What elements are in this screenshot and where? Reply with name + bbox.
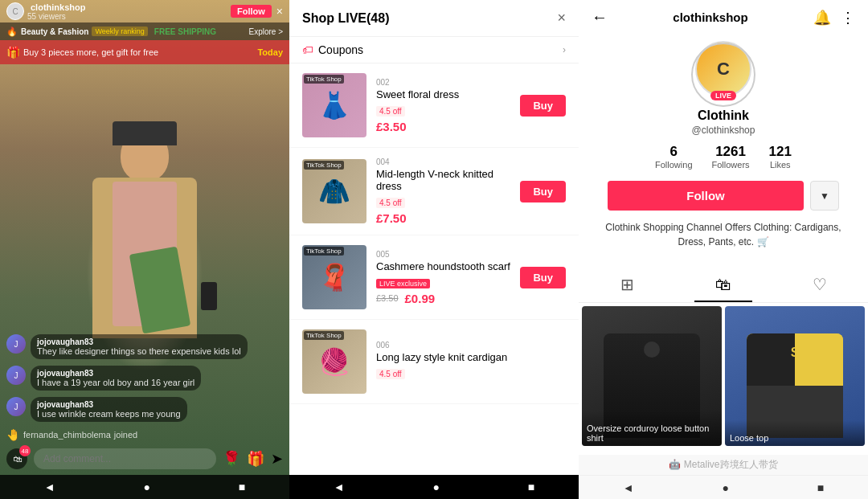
comment-avatar: J xyxy=(6,366,26,385)
back-nav-icon[interactable]: ◄ xyxy=(334,481,345,493)
profile-panel: ← clothinkshop 🔔 ⋮ C LIVE Clothink @clot… xyxy=(579,0,868,499)
product-info: 004 Mid-length V-neck knitted dress 4.5 … xyxy=(376,157,510,225)
joined-text: joined xyxy=(114,430,137,440)
product-item[interactable]: 🧥 TikTok Shop 004 Mid-length V-neck knit… xyxy=(289,148,579,235)
shop-tab-icon: 🛍 xyxy=(715,276,731,294)
header-icons: 🔔 ⋮ xyxy=(813,9,855,27)
promo-text: Buy 3 pieces more, get gift for free xyxy=(23,47,257,57)
discount-tag: 4.5 off xyxy=(376,106,405,117)
stream-follow-button[interactable]: Follow xyxy=(231,5,272,18)
product-info: 002 Sweet floral dress 4.5 off £3.50 xyxy=(376,78,510,133)
product-item[interactable]: 👗 TikTok Shop 002 Sweet floral dress 4.5… xyxy=(289,63,579,148)
back-nav-icon[interactable]: ◄ xyxy=(44,481,55,493)
product-number: 004 xyxy=(376,157,510,166)
promo-today: Today xyxy=(257,47,283,57)
more-icon[interactable]: ⋮ xyxy=(841,9,855,27)
tab-liked[interactable]: ♡ xyxy=(772,267,868,302)
comment-input[interactable] xyxy=(34,448,216,469)
product-item[interactable]: 🧣 TikTok Shop 005 Cashmere houndstooth s… xyxy=(289,235,579,320)
explore-link[interactable]: Explore > xyxy=(248,27,283,36)
comment-bubble: jojovaughan83 I have a 19 year old boy a… xyxy=(31,366,201,391)
avatar-letter: C xyxy=(717,59,730,80)
gift-action-icon[interactable]: 🎁 xyxy=(247,450,264,468)
promo-banner: 🎁 Buy 3 pieces more, get gift for free T… xyxy=(0,40,289,64)
product-item[interactable]: 🧶 TikTok Shop 006 Long lazy style knit c… xyxy=(289,320,579,404)
discount-tag: 4.5 off xyxy=(376,198,405,208)
watermark-icon: 🤖 xyxy=(669,459,681,470)
home-nav-icon[interactable]: ● xyxy=(143,481,149,493)
following-count: 6 xyxy=(670,144,678,160)
weekly-ranking-tag: Weekly ranking xyxy=(92,27,147,36)
stream-top-bar: C clothinkshop 55 viewers Follow × xyxy=(0,0,289,22)
recents-nav-icon[interactable]: ■ xyxy=(528,481,534,493)
free-shipping-text: FREE SHIPPING xyxy=(154,27,216,36)
shop-live-panel: Shop LIVE(48) × 🏷 Coupons › 👗 TikTok Sho… xyxy=(289,0,579,499)
watermark-area: 🤖 Metalive跨境红人带货 xyxy=(579,455,868,475)
following-label: Following xyxy=(655,160,692,170)
comment-avatar: J xyxy=(6,397,26,416)
product-number: 002 xyxy=(376,78,510,87)
product-thumbnail: 🧣 TikTok Shop xyxy=(302,245,366,309)
live-exclusive-tag: LIVE exclusive xyxy=(376,279,430,288)
bag-count[interactable]: 🛍 48 xyxy=(6,448,27,469)
product-name: Sweet floral dress xyxy=(376,88,510,100)
stream-close-button[interactable]: × xyxy=(276,5,283,18)
comment-text: They like designer things so there expen… xyxy=(37,346,241,356)
grid-caption: Oversize corduroy loose button shirt xyxy=(582,411,722,446)
stats-row: 6 Following 1261 Followers 121 Likes xyxy=(655,144,792,170)
joined-username: fernanda_chimbolema xyxy=(23,430,111,440)
stream-avatar: C xyxy=(6,2,24,20)
stream-bottom-bar: 🛍 48 🌹 🎁 ➤ xyxy=(0,443,289,475)
back-nav-icon[interactable]: ◄ xyxy=(623,481,634,494)
product-thumbnail: 👗 TikTok Shop xyxy=(302,73,366,137)
coupons-arrow-icon: › xyxy=(563,44,566,55)
buy-button[interactable]: Buy xyxy=(520,95,566,117)
likes-stat: 121 Likes xyxy=(769,144,792,170)
coupons-bar[interactable]: 🏷 Coupons › xyxy=(289,37,579,63)
followers-count: 1261 xyxy=(715,144,746,160)
product-shop-label: TikTok Shop xyxy=(304,161,344,170)
back-button[interactable]: ← xyxy=(592,8,608,27)
comment-text: I have a 19 year old boy and 16 year gir… xyxy=(37,378,194,387)
watermark-text: 🤖 Metalive跨境红人带货 xyxy=(579,455,868,475)
profile-bio: Clothink Shopping Channel Offers Clothin… xyxy=(592,220,855,249)
product-shop-label: TikTok Shop xyxy=(304,331,344,340)
tab-shop[interactable]: 🛍 xyxy=(675,267,772,302)
grid-item[interactable]: S Loose top xyxy=(725,306,865,446)
dropdown-button[interactable]: ▼ xyxy=(810,181,839,211)
product-name: Mid-length V-neck knitted dress xyxy=(376,168,510,192)
home-nav-icon[interactable]: ● xyxy=(432,481,439,493)
tab-grid[interactable]: ⊞ xyxy=(579,267,675,302)
recents-nav-icon[interactable]: ■ xyxy=(239,481,245,493)
comment-bubble: jojovaughan83 I use wrinkle cream keeps … xyxy=(31,397,187,422)
shop-close-button[interactable]: × xyxy=(557,10,566,27)
profile-avatar: C LIVE xyxy=(695,41,751,97)
product-info: 005 Cashmere houndstooth scarf LIVE excl… xyxy=(376,250,510,305)
profile-header: ← clothinkshop 🔔 ⋮ xyxy=(579,0,868,35)
buy-button[interactable]: Buy xyxy=(520,181,566,202)
middle-nav-bar: ◄ ● ■ xyxy=(289,475,579,499)
follow-button[interactable]: Follow xyxy=(608,181,804,211)
watermark-label: Metalive跨境红人带货 xyxy=(684,459,778,470)
comment-text: I use wrinkle cream keeps me young xyxy=(37,409,181,419)
bell-icon[interactable]: 🔔 xyxy=(813,9,831,27)
banner-category: Beauty & Fashion xyxy=(21,27,88,36)
grid-tab-icon: ⊞ xyxy=(620,275,634,294)
share-icon[interactable]: ➤ xyxy=(271,450,283,468)
stream-viewers: 55 viewers xyxy=(27,12,226,21)
recents-nav-icon[interactable]: ■ xyxy=(817,481,824,494)
product-number: 006 xyxy=(376,341,566,350)
followers-stat: 1261 Followers xyxy=(712,144,750,170)
discount-tag: 4.5 off xyxy=(376,369,405,379)
rose-icon[interactable]: 🌹 xyxy=(223,450,240,468)
buy-button[interactable]: Buy xyxy=(520,267,566,288)
left-stream-panel: C clothinkshop 55 viewers Follow × 🔥 Bea… xyxy=(0,0,289,499)
home-nav-icon[interactable]: ● xyxy=(722,481,728,494)
grid-item[interactable]: Oversize corduroy loose button shirt xyxy=(582,306,722,446)
stream-username: clothinkshop xyxy=(31,2,231,12)
product-price: £0.99 xyxy=(405,292,436,305)
live-badge: LIVE xyxy=(710,91,736,100)
comment-username: jojovaughan83 xyxy=(37,369,194,378)
fire-icon: 🔥 xyxy=(6,27,18,37)
product-name: Cashmere houndstooth scarf xyxy=(376,260,510,272)
